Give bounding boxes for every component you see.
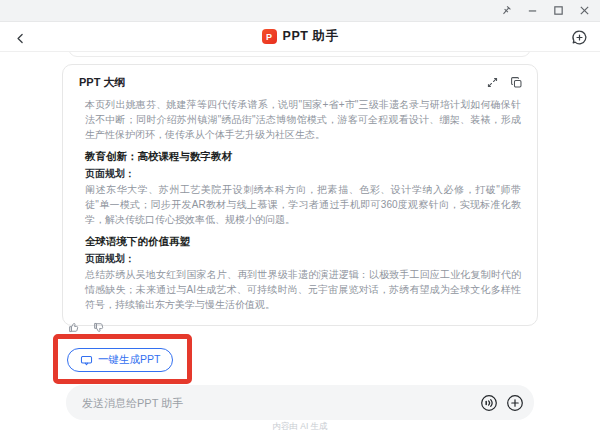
plus-circle-icon (506, 394, 524, 412)
ppt-logo-icon: P (262, 29, 277, 44)
generate-ppt-button[interactable]: 一键生成PPT (67, 348, 173, 372)
outline-subheading: 页面规划： (85, 166, 521, 182)
chevron-left-icon (14, 32, 27, 45)
copy-icon (510, 76, 523, 89)
app-title-group: P PPT 助手 (262, 28, 339, 45)
close-icon (579, 5, 590, 16)
outline-heading: 教育创新：高校课程与数字教材 (85, 148, 521, 164)
minimize-button[interactable] (524, 3, 540, 19)
expand-button[interactable] (486, 76, 499, 89)
new-chat-button[interactable] (571, 29, 588, 46)
outline-paragraph: 总结苏绣从吴地女红到国家名片、再到世界级非遗的演进逻辑：以极致手工回应工业化复制… (85, 267, 521, 312)
card-title: PPT 大纲 (79, 75, 125, 90)
maximize-button[interactable] (550, 3, 566, 19)
thumbs-down-icon (93, 321, 106, 334)
voice-button[interactable] (480, 394, 498, 412)
card-toolbar (486, 76, 523, 89)
window-titlebar (0, 0, 600, 22)
expand-icon (486, 76, 499, 89)
presentation-icon (80, 354, 93, 367)
app-header: P PPT 助手 (0, 22, 600, 52)
ppt-outline-card: PPT 大纲 (62, 64, 538, 326)
voice-icon (480, 394, 498, 412)
generate-ppt-label: 一键生成PPT (98, 353, 160, 367)
close-button[interactable] (576, 3, 592, 19)
composer-actions (480, 394, 524, 412)
chat-area: PPT 大纲 (0, 52, 600, 385)
message-input[interactable] (82, 397, 480, 409)
minimize-icon (527, 5, 538, 16)
back-button[interactable] (12, 30, 28, 46)
thumbs-up-icon (68, 321, 81, 334)
feedback-row (68, 320, 106, 333)
ai-disclaimer: 内容由 AI 生成 (0, 421, 600, 433)
pin-icon (500, 5, 512, 17)
add-button[interactable] (506, 394, 524, 412)
maximize-icon (553, 5, 564, 16)
page-title: PPT 助手 (283, 28, 339, 45)
thumbs-up-button[interactable] (68, 320, 81, 333)
outline-paragraph: 阐述东华大学、苏州工艺美院开设刺绣本科方向，把素描、色彩、设计学纳入必修，打破"… (85, 182, 521, 227)
app-window: P PPT 助手 PPT 大纲 (0, 0, 600, 433)
speech-bubble-plus-icon (571, 29, 588, 46)
outline-paragraph: 本页列出姚惠芬、姚建萍等四代传承谱系，说明"国家+省+市"三级非遗名录与研培计划… (85, 97, 521, 142)
pin-button[interactable] (498, 3, 514, 19)
card-body: 本页列出姚惠芬、姚建萍等四代传承谱系，说明"国家+省+市"三级非遗名录与研培计划… (63, 91, 537, 312)
thumbs-down-button[interactable] (93, 320, 106, 333)
card-header: PPT 大纲 (63, 73, 537, 91)
outline-heading: 全球语境下的价值再塑 (85, 233, 521, 249)
message-composer (66, 385, 534, 420)
copy-button[interactable] (510, 76, 523, 89)
outline-subheading: 页面规划： (85, 251, 521, 267)
